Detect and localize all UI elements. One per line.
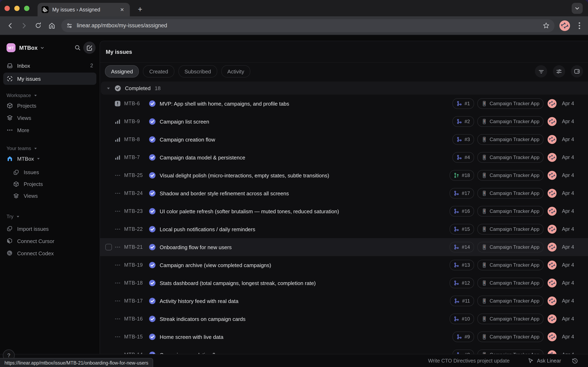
priority-none-icon[interactable] [114,208,121,215]
issue-title[interactable]: Stats dashboard (total campaigns, longes… [160,280,316,286]
filter-icon[interactable] [535,65,547,77]
issue-title[interactable]: MVP: App shell with home, campaigns, and… [160,100,289,107]
pr-link-pill[interactable]: #15 [450,224,474,234]
issue-row[interactable]: MTB-22Local push notifications / daily r… [100,220,588,238]
issue-row[interactable]: MTB-21Onboarding flow for new users#14Ca… [100,238,588,256]
sidebar-item-connect-cursor[interactable]: Connect Cursor [3,235,96,247]
status-done-icon[interactable] [149,297,156,305]
sidebar-item-projects[interactable]: Projects [3,100,96,112]
project-update-prompt[interactable]: Write CTO Directives project update [428,358,510,364]
status-done-icon[interactable] [149,279,156,287]
profile-avatar[interactable] [559,20,570,31]
pr-link-pill[interactable]: #2 [452,116,474,127]
status-done-icon[interactable] [149,315,156,323]
address-bar[interactable]: linear.app/mtbox/my-issues/assigned [61,19,554,32]
status-done-icon[interactable] [149,154,156,161]
sidebar-item-inbox[interactable]: Inbox 2 [3,59,96,72]
assignee-avatar[interactable] [548,171,557,180]
display-options-icon[interactable] [553,65,565,77]
issue-row[interactable]: MTB-19Campaign archive (view completed c… [100,256,588,274]
priority-none-icon[interactable] [114,280,121,286]
minimize-window-button[interactable] [14,6,20,11]
sidebar-item-my-issues[interactable]: My issues [3,73,96,85]
issue-title[interactable]: Campaign creation flow [160,136,215,142]
priority-none-icon[interactable] [114,262,121,268]
ask-linear-button[interactable]: Ask Linear [527,358,561,364]
assignee-avatar[interactable] [548,117,557,126]
pr-link-pill[interactable]: #4 [452,152,474,163]
site-settings-icon[interactable] [66,22,73,29]
sidebar-item-team-projects[interactable]: Projects [10,178,96,190]
priority-none-icon[interactable] [114,334,121,340]
issue-row[interactable]: MTB-18Stats dashboard (total campaigns, … [100,274,588,292]
status-done-icon[interactable] [149,118,156,125]
issue-title[interactable]: Streak indicators on campaign cards [160,316,246,322]
project-pill[interactable]: Campaign Tracker App [477,224,544,234]
issue-row[interactable]: MTB-8Campaign creation flow#3Campaign Tr… [100,131,588,149]
status-done-icon[interactable] [149,225,156,233]
issue-title[interactable]: Campaign archive (view completed campaig… [160,262,271,268]
priority-none-icon[interactable] [114,190,121,197]
group-header-completed[interactable]: Completed 18 [101,82,588,95]
pr-link-pill[interactable]: #16 [450,206,474,217]
issue-title[interactable]: Activity history feed with real data [160,298,238,304]
issue-row[interactable]: MTB-23UI color palette refresh (softer b… [100,202,588,220]
tab-assigned[interactable]: Assigned [105,65,139,77]
issue-row[interactable]: MTB-15Home screen with live data#9Campai… [100,328,588,346]
issue-title[interactable]: Local push notifications / daily reminde… [160,226,255,232]
pr-link-pill[interactable]: #18 [450,170,474,181]
assignee-avatar[interactable] [548,207,557,216]
pr-link-pill[interactable]: #11 [450,296,474,306]
status-done-icon[interactable] [149,243,156,251]
browser-tab[interactable]: My issues › Assigned ✕ [38,3,130,16]
project-pill[interactable]: Campaign Tracker App [477,332,544,342]
forward-icon[interactable] [17,18,31,33]
sidebar-item-team-issues[interactable]: Issues [10,166,96,178]
pr-link-pill[interactable]: #1 [452,98,474,109]
project-pill[interactable]: Campaign Tracker App [477,152,544,163]
assignee-avatar[interactable] [548,332,557,341]
status-done-icon[interactable] [149,172,156,179]
tab-activity[interactable]: Activity [221,65,250,77]
issue-row[interactable]: MTB-17Activity history feed with real da… [100,292,588,310]
issue-title[interactable]: Home screen with live data [160,334,223,340]
issue-row[interactable]: MTB-24Shadow and border style refinement… [100,184,588,202]
sidebar-item-connect-codex[interactable]: Connect Codex [3,247,96,259]
back-icon[interactable] [3,18,17,33]
project-pill[interactable]: Campaign Tracker App [477,188,544,199]
assignee-avatar[interactable] [548,314,557,323]
status-done-icon[interactable] [149,208,156,215]
assignee-avatar[interactable] [548,153,557,162]
status-done-icon[interactable] [149,136,156,143]
assignee-avatar[interactable] [548,99,557,108]
row-checkbox[interactable] [105,244,112,250]
section-workspace[interactable]: Workspace [7,91,93,100]
tab-search-chevron-icon[interactable] [572,3,583,14]
status-done-icon[interactable] [149,100,156,107]
issue-title[interactable]: Campaign list screen [160,118,209,125]
collapse-caret-icon[interactable] [107,86,110,90]
project-pill[interactable]: Campaign Tracker App [477,260,544,270]
priority-none-icon[interactable] [114,226,121,233]
url-text[interactable]: linear.app/mtbox/my-issues/assigned [77,22,543,29]
priority-high-icon[interactable] [114,154,121,161]
assignee-avatar[interactable] [548,296,557,305]
workspace-switcher[interactable]: MT MTBox [7,42,95,54]
priority-urgent-icon[interactable] [114,100,121,107]
project-pill[interactable]: Campaign Tracker App [477,134,544,145]
project-pill[interactable]: Campaign Tracker App [477,116,544,127]
pr-link-pill[interactable]: #17 [450,188,474,199]
issue-row[interactable]: MTB-7Campaign data model & persistence#4… [100,149,588,166]
history-icon[interactable] [572,358,578,364]
priority-none-icon[interactable] [114,172,121,179]
pr-link-pill[interactable]: #13 [450,260,474,270]
pr-link-pill[interactable]: #10 [450,314,474,324]
reload-icon[interactable] [31,18,45,33]
assignee-avatar[interactable] [548,278,557,287]
issue-title[interactable]: UI color palette refresh (softer brutali… [160,208,339,214]
new-tab-button[interactable]: + [135,4,145,15]
status-done-icon[interactable] [149,190,156,197]
tab-close-icon[interactable]: ✕ [118,6,126,13]
sidebar-item-more[interactable]: More [3,124,96,136]
assignee-avatar[interactable] [548,135,557,144]
